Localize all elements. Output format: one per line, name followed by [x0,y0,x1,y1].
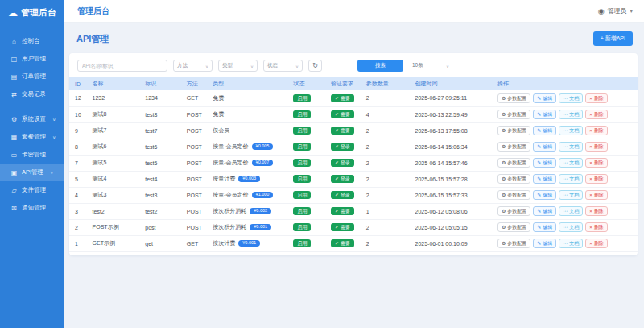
column-header: 名称 [88,77,141,90]
edit-button-label: 编辑 [543,96,552,101]
params-icon: ⚙ [502,96,506,101]
cloud-icon: ☁ [8,8,18,18]
edit-button[interactable]: ✎编辑 [533,174,556,184]
params-button[interactable]: ⚙参数配置 [497,93,530,103]
delete-button[interactable]: ×删除 [585,158,608,168]
delete-button[interactable]: ×删除 [585,222,608,232]
edit-button[interactable]: ✎编辑 [533,142,556,152]
cell-params: 4 [361,106,411,122]
sidebar-item-cards[interactable]: ▭卡密管理 [0,146,64,164]
user-menu[interactable]: ◉ 管理员 ▾ [598,6,633,15]
params-icon: ⚙ [502,144,506,149]
status-select[interactable]: 状态 ∨ [263,60,303,72]
sidebar-item-notify[interactable]: ✉通知管理 [0,199,64,217]
price-badge: ¥0.007 [252,160,274,167]
sidebar-item-files[interactable]: ▱文件管理 [0,181,64,199]
sidebar-item-api[interactable]: ▣API管理∨ [0,164,64,181]
docs-button[interactable]: ⋯文档 [559,110,583,119]
edit-button[interactable]: ✎编辑 [533,222,556,232]
add-api-button[interactable]: + 新增API [593,31,633,46]
delete-button[interactable]: ×删除 [585,174,608,184]
params-button[interactable]: ⚙参数配置 [497,239,530,248]
edit-icon: ✎ [537,160,541,165]
search-button[interactable]: 搜索 [357,60,403,72]
params-button[interactable]: ⚙参数配置 [497,206,530,216]
docs-button[interactable]: ⋯文档 [559,190,583,200]
docs-button[interactable]: ⋯文档 [559,174,583,184]
sidebar-item-orders[interactable]: ▤订单管理 [0,68,64,85]
docs-button[interactable]: ⋯文档 [559,222,583,232]
sidebar-item-dashboard[interactable]: ⌂控制台 [0,32,64,50]
params-button[interactable]: ⚙参数配置 [497,110,530,119]
params-icon: ⚙ [502,176,506,181]
docs-button[interactable]: ⋯文档 [559,158,583,168]
sidebar-item-users[interactable]: ◫用户管理 [0,50,64,68]
sidebar-item-transactions[interactable]: ⇄交易记录 [0,85,64,103]
cell-created: 2025-06-14 15:06:34 [411,139,493,155]
docs-button[interactable]: ⋯文档 [559,93,583,103]
method-select[interactable]: 方法 ∨ [173,60,213,72]
edit-button[interactable]: ✎编辑 [533,93,556,103]
table-row: 1212321234GET免费启用✓ 需要22025-06-27 09:25:1… [69,90,638,106]
params-button[interactable]: ⚙参数配置 [497,174,530,184]
row-actions: ⚙参数配置✎编辑⋯文档×删除 [497,190,638,200]
cell-created: 2025-06-01 00:10:09 [411,235,493,251]
params-button[interactable]: ⚙参数配置 [497,190,530,200]
params-button[interactable]: ⚙参数配置 [497,222,530,232]
delete-icon: × [589,112,592,117]
cell-name: 1232 [88,90,141,106]
edit-button[interactable]: ✎编辑 [533,206,556,216]
delete-button[interactable]: ×删除 [585,206,608,216]
cell-key: test3 [140,187,182,203]
params-button[interactable]: ⚙参数配置 [497,158,530,168]
cell-status: 启用 [288,171,326,187]
sidebar-item-settings[interactable]: ⚙系统设置∨ [0,110,64,128]
delete-button-label: 删除 [594,96,604,101]
cell-method: POST [182,187,208,203]
docs-button[interactable]: ⋯文档 [559,206,583,216]
sidebar-item-label: 用户管理 [22,55,46,63]
price-badge: ¥0.001 [238,240,260,247]
docs-button[interactable]: ⋯文档 [559,126,583,135]
reset-button[interactable]: ↻ [308,60,322,72]
delete-button[interactable]: ×删除 [585,142,608,152]
delete-button[interactable]: ×删除 [585,190,608,200]
delete-button[interactable]: ×删除 [585,126,608,135]
params-button[interactable]: ⚙参数配置 [497,142,530,152]
delete-button[interactable]: ×删除 [585,93,608,103]
type-select[interactable]: 类型 ∨ [218,60,258,72]
type-wrap: 按量-会员定价¥0.005 [213,143,288,151]
cell-actions: ⚙参数配置✎编辑⋯文档×删除 [493,90,638,106]
params-button[interactable]: ⚙参数配置 [497,126,530,135]
edit-button[interactable]: ✎编辑 [533,110,556,119]
cell-name: test2 [88,203,141,219]
type-label: 按量计费 [213,175,235,183]
cell-status: 启用 [288,187,326,203]
status-badge: 启用 [293,239,311,247]
cell-params: 2 [361,219,411,235]
cell-created: 2025-06-12 05:08:06 [411,203,493,219]
sidebar-item-packages[interactable]: ▦套餐管理∨ [0,128,64,146]
chevron-down-icon: ∨ [50,170,53,175]
delete-button[interactable]: ×删除 [585,239,608,248]
delete-button-label: 删除 [594,128,604,133]
edit-button[interactable]: ✎编辑 [533,190,556,200]
type-wrap: 按量计费¥0.003 [213,175,288,183]
edit-button[interactable]: ✎编辑 [533,239,556,248]
docs-button[interactable]: ⋯文档 [559,142,583,152]
cell-key: post [140,219,182,235]
delete-button[interactable]: ×删除 [585,110,608,119]
edit-button[interactable]: ✎编辑 [533,158,556,168]
cell-type: 按次积分消耗¥0.002 [208,203,288,219]
cell-verify: ✓ 登录 [326,171,361,187]
page-size-select[interactable]: 10条 ∨ [410,60,452,72]
docs-button[interactable]: ⋯文档 [559,239,583,248]
search-input[interactable] [77,60,167,72]
edit-button[interactable]: ✎编辑 [533,126,556,135]
docs-button-label: 文档 [569,160,579,165]
orders-icon: ▤ [10,73,18,81]
cell-verify: ✓ 登录 [326,139,361,155]
docs-icon: ⋯ [563,225,568,230]
docs-button-label: 文档 [569,96,579,101]
cell-method: GET [182,235,208,251]
